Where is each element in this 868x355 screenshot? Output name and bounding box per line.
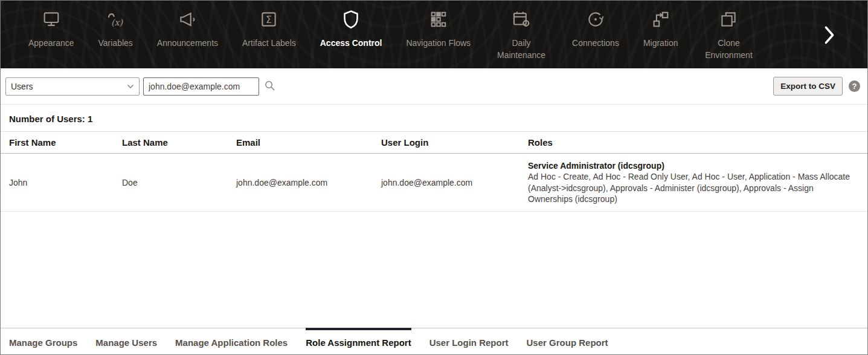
search-input[interactable] (143, 77, 259, 96)
search-icon (264, 80, 275, 93)
access-control-page: Appearance (x) Variables Announcemen (0, 0, 868, 355)
topnav-item-access-control[interactable]: Access Control (308, 1, 394, 49)
topnav-item-artifact-labels[interactable]: Σ Artifact Labels (230, 1, 308, 49)
roles-group-title: Service Administrator (idcsgroup) (528, 160, 853, 171)
clone-environment-icon (718, 8, 739, 31)
user-count-summary: Number of Users: 1 (1, 105, 867, 131)
chevron-right-icon (823, 25, 836, 48)
svg-text:Σ: Σ (266, 15, 272, 25)
navigation-flows-icon (428, 8, 449, 31)
tab-role-assignment-report[interactable]: Role Assignment Report (306, 328, 411, 354)
report-toolbar: Users Export to CSV ? (1, 68, 867, 105)
filter-type-value: Users (11, 82, 33, 91)
cell-user-login: john.doe@example.com (373, 178, 519, 187)
table-row[interactable]: John Doe john.doe@example.com john.doe@e… (1, 154, 867, 212)
topnav-item-daily-maintenance[interactable]: Daily Maintenance (483, 1, 560, 62)
column-header-last-name[interactable]: Last Name (114, 137, 228, 148)
tab-manage-groups[interactable]: Manage Groups (9, 328, 77, 354)
topnav-item-variables[interactable]: (x) Variables (86, 1, 145, 49)
cell-first-name: John (1, 178, 114, 187)
cell-roles: Service Administrator (idcsgroup) Ad Hoc… (519, 160, 867, 205)
nav-label: Clone Environment (702, 37, 755, 62)
announcements-icon (177, 8, 198, 31)
connections-icon (585, 8, 606, 31)
bottom-tab-strip: Manage Groups Manage Users Manage Applic… (1, 328, 867, 354)
topnav-item-migration[interactable]: Migration (631, 1, 690, 49)
topnav-item-navigation-flows[interactable]: Navigation Flows (394, 1, 483, 49)
search-button[interactable] (264, 80, 275, 93)
column-header-first-name[interactable]: First Name (1, 137, 114, 148)
variables-icon: (x) (105, 8, 126, 31)
cell-last-name: Doe (114, 178, 228, 187)
filter-type-dropdown[interactable]: Users (5, 77, 140, 96)
nav-label: Access Control (320, 37, 382, 49)
tab-manage-application-roles[interactable]: Manage Application Roles (175, 328, 288, 354)
nav-label: Navigation Flows (406, 37, 471, 49)
appearance-icon (41, 8, 62, 31)
nav-label: Daily Maintenance (495, 37, 548, 62)
column-header-email[interactable]: Email (228, 137, 373, 148)
column-header-user-login[interactable]: User Login (373, 137, 519, 148)
roles-detail-text: Ad Hoc - Create, Ad Hoc - Read Only User… (528, 171, 853, 204)
nav-label: Artifact Labels (242, 37, 296, 49)
access-control-icon (340, 8, 362, 31)
column-header-roles[interactable]: Roles (519, 137, 867, 148)
export-to-csv-button[interactable]: Export to CSV (773, 77, 843, 96)
tab-user-group-report[interactable]: User Group Report (527, 328, 608, 354)
nav-label: Appearance (28, 37, 74, 49)
svg-text:(x): (x) (111, 18, 124, 27)
nav-label: Variables (98, 37, 133, 49)
topnav-item-clone-environment[interactable]: Clone Environment (690, 1, 767, 62)
cell-email: john.doe@example.com (228, 178, 373, 187)
top-navigation-bar: Appearance (x) Variables Announcemen (1, 1, 867, 68)
topnav-item-connections[interactable]: Connections (560, 1, 631, 49)
tab-manage-users[interactable]: Manage Users (95, 328, 157, 354)
chevron-down-icon (127, 84, 134, 89)
nav-label: Announcements (157, 37, 218, 49)
tab-user-login-report[interactable]: User Login Report (429, 328, 509, 354)
nav-label: Connections (572, 37, 619, 49)
nav-scroll-next-button[interactable] (823, 25, 836, 48)
help-icon[interactable]: ? (849, 80, 860, 92)
table-header-row: First Name Last Name Email User Login Ro… (1, 131, 867, 154)
top-nav-items: Appearance (x) Variables Announcemen (1, 1, 767, 62)
nav-label: Migration (643, 37, 678, 49)
topnav-item-announcements[interactable]: Announcements (145, 1, 230, 49)
migration-icon (651, 8, 671, 31)
topnav-item-appearance[interactable]: Appearance (16, 1, 86, 49)
artifact-labels-icon: Σ (259, 8, 279, 31)
daily-maintenance-icon (511, 8, 532, 31)
